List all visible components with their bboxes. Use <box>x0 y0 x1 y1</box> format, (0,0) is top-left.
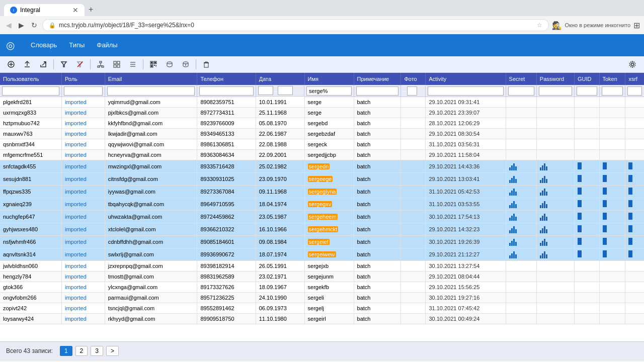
filter-activity-input[interactable] <box>428 86 504 96</box>
cell-role[interactable]: imported <box>61 198 105 211</box>
filter-date-input2[interactable] <box>278 86 293 95</box>
filter-name-input[interactable] <box>306 86 351 96</box>
col-header-date[interactable]: Дата <box>256 73 304 85</box>
tool-hierarchy-button[interactable] <box>94 59 108 70</box>
cell-role[interactable]: imported <box>61 150 105 160</box>
cell-role[interactable]: imported <box>61 186 105 198</box>
col-header-secret[interactable]: Secret <box>506 73 536 85</box>
forward-button[interactable]: ▶ <box>17 20 26 30</box>
tool-list-button[interactable] <box>126 59 140 70</box>
reload-button[interactable]: ↻ <box>29 20 39 30</box>
col-header-activity[interactable]: Activity <box>426 73 506 85</box>
filter-guid[interactable] <box>574 85 599 97</box>
table-row[interactable]: mauxwv763 imported lkwjadir@gmail.com 89… <box>0 129 644 139</box>
cell-role[interactable]: imported <box>61 282 105 293</box>
filter-role-input[interactable] <box>64 86 103 96</box>
page-1-button[interactable]: 1 <box>60 346 72 356</box>
cell-role[interactable]: imported <box>61 129 105 139</box>
filter-note-input[interactable] <box>356 86 399 96</box>
filter-phone[interactable] <box>197 85 256 97</box>
filter-secret-input[interactable] <box>508 86 534 96</box>
table-row[interactable]: hztpmubuo742 imported kkfyhfbnd@gmail.co… <box>0 118 644 129</box>
table-row[interactable]: loysarwy424 imported rkhyyd@gmail.com 89… <box>0 314 644 324</box>
table-row[interactable]: sesujdn881 imported citnsfdg@gmail.com 8… <box>0 173 644 186</box>
filter-date-input[interactable] <box>258 86 273 95</box>
col-header-password[interactable]: Password <box>536 73 574 85</box>
cell-role[interactable]: imported <box>61 173 105 186</box>
filter-photo-input[interactable] <box>407 86 417 96</box>
settings-button[interactable] <box>625 58 640 70</box>
tool-filter-off-button[interactable] <box>73 59 87 70</box>
cell-role[interactable]: imported <box>61 211 105 223</box>
filter-user[interactable] <box>0 85 61 97</box>
filter-token[interactable] <box>599 85 625 97</box>
cell-role[interactable]: imported <box>61 314 105 324</box>
filter-name[interactable] <box>304 85 354 97</box>
tool-add-button[interactable] <box>4 59 18 70</box>
col-header-guid[interactable]: GUID <box>574 73 599 85</box>
tool-grid-button[interactable] <box>110 59 124 70</box>
tool-db2-button[interactable] <box>179 59 193 70</box>
cell-role[interactable]: imported <box>61 272 105 282</box>
cell-role[interactable]: imported <box>61 261 105 272</box>
table-row[interactable]: zopivt242 imported tsncjql@gmail.com 895… <box>0 303 644 314</box>
col-header-name[interactable]: Имя <box>304 73 354 85</box>
filter-password[interactable] <box>536 85 574 97</box>
col-header-photo[interactable]: Фото <box>401 73 426 85</box>
col-header-note[interactable]: Примечание <box>354 73 401 85</box>
table-row[interactable]: nsfjwhmfr466 imported cdnbffdhh@gmail.co… <box>0 236 644 248</box>
cell-role[interactable]: imported <box>61 97 105 108</box>
tool-qr-button[interactable] <box>146 59 160 70</box>
cell-role[interactable]: imported <box>61 139 105 150</box>
page-next-button[interactable]: > <box>106 346 119 356</box>
filter-user-input[interactable] <box>2 86 59 96</box>
page-3-button[interactable]: 3 <box>91 346 103 356</box>
nav-item-faily[interactable]: Файлы <box>91 34 123 56</box>
table-row[interactable]: mfgemcrfme551 imported hcneyrva@gmail.co… <box>0 150 644 160</box>
tool-upload-button[interactable] <box>20 59 34 70</box>
cell-role[interactable]: imported <box>61 236 105 248</box>
filter-phone-input[interactable] <box>199 86 253 96</box>
col-header-token[interactable]: Token <box>599 73 625 85</box>
col-header-email[interactable]: Email <box>105 73 197 85</box>
filter-date[interactable]: – <box>256 85 304 97</box>
tool-db-button[interactable] <box>163 59 177 70</box>
table-row[interactable]: plgekfrd281 imported yqimrrud@gmail.com … <box>0 97 644 108</box>
cell-role[interactable]: imported <box>61 160 105 173</box>
table-row[interactable]: ongvfobm266 imported parmaui@gmail.com 8… <box>0 293 644 303</box>
page-2-button[interactable]: 2 <box>75 346 88 356</box>
table-row[interactable]: qsnbmxtf344 imported qqywjwovi@gmail.com… <box>0 139 644 150</box>
cell-role[interactable]: imported <box>61 118 105 129</box>
table-row[interactable]: nuchgfep647 imported uhwzakta@gmail.com … <box>0 211 644 223</box>
filter-xsrf-input[interactable] <box>627 86 642 96</box>
table-row[interactable]: hengzly784 imported tmostt@gmail.com 898… <box>0 272 644 282</box>
filter-photo[interactable]: – <box>401 85 425 97</box>
cell-role[interactable]: imported <box>61 248 105 261</box>
tool-delete-button[interactable] <box>199 59 213 70</box>
filter-password-input[interactable] <box>539 86 572 96</box>
filter-email[interactable] <box>105 85 197 97</box>
nav-item-slovar[interactable]: Словарь <box>25 34 63 56</box>
browser-tab-integral[interactable]: I Integral ✕ <box>4 4 85 16</box>
table-row[interactable]: gtok366 imported ylcxnga@gmail.com 89173… <box>0 282 644 293</box>
bookmark-icon[interactable]: ☆ <box>537 22 542 29</box>
extensions-icon[interactable]: ⊞ <box>633 21 640 30</box>
col-header-phone[interactable]: Телефон <box>197 73 256 85</box>
table-row[interactable]: gyhjwsxes480 imported xtclolel@gmail.com… <box>0 223 644 236</box>
cell-role[interactable]: imported <box>61 303 105 314</box>
col-header-role[interactable]: Роль <box>61 73 105 85</box>
filter-activity[interactable] <box>426 85 506 97</box>
table-row[interactable]: xgnaieq239 imported tbqahycqk@gmail.com … <box>0 198 644 211</box>
tool-export-button[interactable] <box>36 59 50 70</box>
table-row[interactable]: aqnvltsnk314 imported swlxrlj@gmail.com … <box>0 248 644 261</box>
new-tab-button[interactable]: + <box>85 3 97 16</box>
filter-token-input[interactable] <box>602 86 623 96</box>
tab-close-button[interactable]: ✕ <box>72 6 78 14</box>
filter-secret[interactable] <box>506 85 536 97</box>
filter-role[interactable] <box>61 85 105 97</box>
nav-user-icon[interactable]: 👤 <box>625 39 638 51</box>
cell-role[interactable]: imported <box>61 293 105 303</box>
cell-role[interactable]: imported <box>61 223 105 236</box>
app-logo[interactable]: ◎ <box>6 39 15 51</box>
table-row[interactable]: uxrmqzxg833 imported pjxlbkcs@gmail.com … <box>0 108 644 118</box>
